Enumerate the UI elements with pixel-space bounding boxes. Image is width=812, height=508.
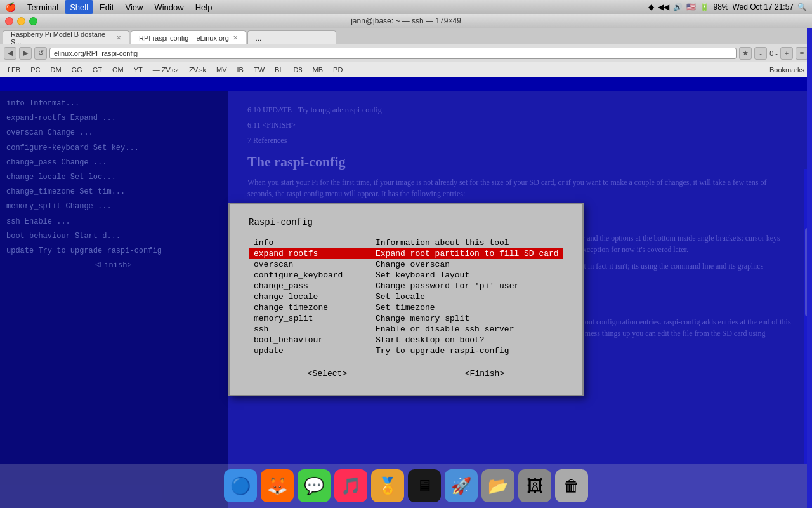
- menu-item-change-timezone[interactable]: change_timezone Set timezone: [249, 302, 563, 313]
- volume-icon: 🔊: [673, 3, 683, 11]
- menu-desc-overscan: Change overscan: [376, 260, 563, 269]
- forward-button[interactable]: ▶: [19, 47, 32, 60]
- wifi-icon: ◀◀: [658, 3, 669, 11]
- bookmarks-label[interactable]: Bookmarks: [766, 65, 808, 75]
- menubar-window[interactable]: Window: [149, 0, 188, 14]
- bookmark-gg[interactable]: GG: [68, 65, 86, 75]
- menu-desc-pass: Change password for 'pi' user: [376, 281, 563, 291]
- window-title: jann@jbase: ~ — ssh — 179×49: [351, 17, 461, 25]
- tab-close-icon[interactable]: ✕: [116, 34, 121, 41]
- menu-cmd-ssh: ssh: [249, 324, 376, 334]
- datetime: Wed Oct 17 21:57: [732, 3, 794, 11]
- bookmark-mv[interactable]: MV: [213, 65, 231, 75]
- raspiconfig-dialog: Raspi-config info Information about this…: [228, 203, 584, 396]
- menu-cmd-overscan: overscan: [249, 260, 376, 269]
- zoom-level: 0 -: [769, 50, 778, 57]
- browser-toolbar: ◀ ▶ ↺ elinux.org/RPI_raspi-config ★ - 0 …: [0, 44, 812, 62]
- menu-desc-update: Try to upgrade raspi-config: [376, 346, 563, 356]
- finish-button[interactable]: <Finish>: [460, 368, 509, 380]
- dialog-menu: info Information about this tool expand_…: [249, 237, 563, 356]
- back-button[interactable]: ◀: [4, 47, 16, 60]
- bookmark-fb[interactable]: f FB: [4, 65, 24, 75]
- bookmark-zvcz[interactable]: — ZV.cz: [149, 65, 183, 75]
- bookmark-pd[interactable]: PD: [329, 65, 346, 75]
- bookmark-gt[interactable]: GT: [89, 65, 106, 75]
- tab-label: ...: [256, 34, 261, 42]
- menu-button[interactable]: ≡: [796, 47, 808, 60]
- menu-item-boot[interactable]: boot_behaviour Start desktop on boot?: [249, 335, 563, 345]
- bookmarks-button[interactable]: ★: [739, 47, 752, 60]
- menu-cmd-locale: change_locale: [249, 292, 376, 302]
- menubar-edit[interactable]: Edit: [95, 0, 119, 14]
- menu-item-ssh[interactable]: ssh Enable or disable ssh server: [249, 324, 563, 335]
- dialog-overlay: Raspi-config info Information about this…: [0, 91, 812, 508]
- bookmark-ib[interactable]: IB: [233, 65, 247, 75]
- tab-close-icon[interactable]: ✕: [233, 34, 238, 41]
- menubar-terminal[interactable]: Terminal: [22, 0, 63, 14]
- menu-cmd-boot: boot_behaviour: [249, 335, 376, 345]
- bookmark-d8[interactable]: D8: [290, 65, 306, 75]
- zoom-out-button[interactable]: -: [754, 47, 767, 60]
- reload-button[interactable]: ↺: [34, 47, 47, 60]
- search-icon[interactable]: 🔍: [797, 3, 807, 11]
- bookmark-dm[interactable]: DM: [46, 65, 65, 75]
- menu-cmd-memory: memory_split: [249, 314, 376, 323]
- menubar: 🍎 Terminal Shell Edit View Window Help ◆…: [0, 0, 812, 14]
- menu-cmd-update: update: [249, 346, 376, 356]
- menu-item-change-locale[interactable]: change_locale Set locale: [249, 291, 563, 302]
- menu-item-expand-rootfs[interactable]: expand_rootfs Expand root partition to f…: [249, 248, 563, 259]
- menu-cmd-timezone: change_timezone: [249, 303, 376, 312]
- bookmark-mb[interactable]: MB: [309, 65, 327, 75]
- browser-tabs: Raspberry Pi Model B dostane S... ✕ RPI …: [0, 28, 812, 44]
- tab-label: RPI raspi-config – eLinux.org: [139, 34, 229, 42]
- close-button[interactable]: [5, 17, 13, 25]
- bluetooth-icon: ◆: [648, 3, 654, 11]
- menu-item-overscan[interactable]: overscan Change overscan: [249, 259, 563, 270]
- bookmarks-bar: f FB PC DM GG GT GM YT — ZV.cz ZV.sk MV …: [0, 62, 812, 77]
- menu-desc-info: Information about this tool: [376, 238, 563, 248]
- web-content: info Informat... expand-rootfs Expand ..…: [0, 91, 812, 508]
- flag-icon: 🇺🇸: [686, 3, 696, 11]
- select-button[interactable]: <Select>: [303, 368, 352, 380]
- bookmark-bl[interactable]: BL: [271, 65, 287, 75]
- menu-item-change-pass[interactable]: change_pass Change password for 'pi' use…: [249, 281, 563, 291]
- menu-desc-expand: Expand root partition to fill SD card: [376, 249, 563, 258]
- menu-desc-keyboard: Set keyboard layout: [376, 271, 563, 280]
- terminal-window: jann@jbase: ~ — ssh — 179×49 Raspberry P…: [0, 14, 812, 508]
- menu-desc-locale: Set locale: [376, 292, 563, 302]
- apple-menu[interactable]: 🍎: [5, 2, 16, 12]
- bookmark-yt[interactable]: YT: [130, 65, 147, 75]
- battery-percent: 98%: [713, 3, 728, 11]
- menubar-right: ◆ ◀◀ 🔊 🇺🇸 🔋 98% Wed Oct 17 21:57 🔍: [648, 3, 807, 11]
- bookmark-zvsk[interactable]: ZV.sk: [185, 65, 210, 75]
- dialog-title: Raspi-config: [249, 217, 563, 227]
- address-bar[interactable]: elinux.org/RPI_raspi-config: [49, 48, 737, 59]
- maximize-button[interactable]: [29, 17, 37, 25]
- menu-cmd-expand: expand_rootfs: [249, 249, 376, 258]
- traffic-lights: [5, 17, 37, 25]
- menu-item-configure-keyboard[interactable]: configure_keyboard Set keyboard layout: [249, 270, 563, 281]
- menu-item-update[interactable]: update Try to upgrade raspi-config: [249, 345, 563, 356]
- bookmark-gm[interactable]: GM: [108, 65, 128, 75]
- url-text: elinux.org/RPI_raspi-config: [54, 50, 138, 57]
- menu-desc-boot: Start desktop on boot?: [376, 335, 563, 345]
- battery-indicator: 🔋: [700, 3, 709, 11]
- menubar-help[interactable]: Help: [190, 0, 218, 14]
- menubar-shell[interactable]: Shell: [65, 0, 93, 14]
- tab-more[interactable]: ...: [247, 30, 336, 44]
- bookmark-tw[interactable]: TW: [250, 65, 268, 75]
- minimize-button[interactable]: [17, 17, 25, 25]
- menubar-view[interactable]: View: [120, 0, 148, 14]
- dialog-buttons: <Select> <Finish>: [249, 368, 563, 380]
- menu-item-memory-split[interactable]: memory_split Change memory split: [249, 313, 563, 324]
- tab-raspiconfig[interactable]: RPI raspi-config – eLinux.org ✕: [131, 30, 246, 44]
- tab-label: Raspberry Pi Model B dostane S...: [11, 30, 112, 46]
- menu-cmd-pass: change_pass: [249, 281, 376, 291]
- title-bar: jann@jbase: ~ — ssh — 179×49: [0, 14, 812, 28]
- menu-desc-ssh: Enable or disable ssh server: [376, 324, 563, 334]
- zoom-in-button[interactable]: +: [780, 47, 793, 60]
- menu-item-info[interactable]: info Information about this tool: [249, 237, 563, 248]
- menu-cmd-keyboard: configure_keyboard: [249, 271, 376, 280]
- bookmark-pc[interactable]: PC: [27, 65, 44, 75]
- tab-raspberry[interactable]: Raspberry Pi Model B dostane S... ✕: [3, 30, 129, 44]
